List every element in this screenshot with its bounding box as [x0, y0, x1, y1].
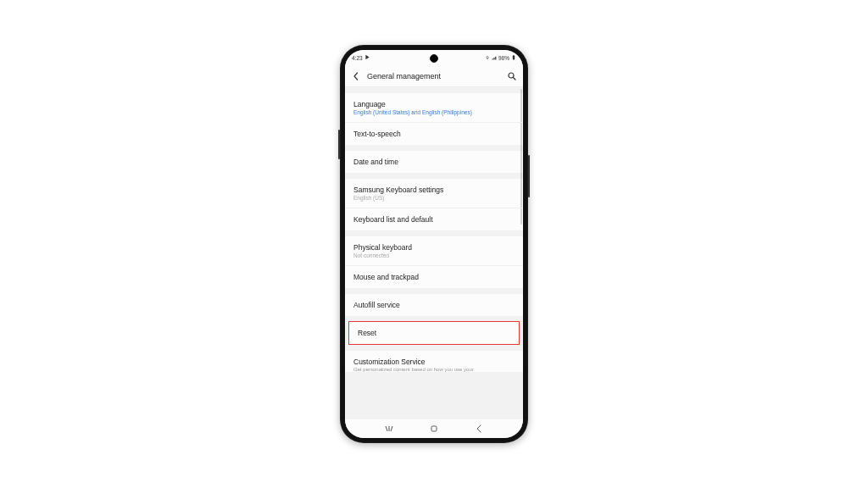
screen: 4:23 98% Genera	[345, 50, 523, 438]
item-title: Samsung Keyboard settings	[353, 186, 515, 194]
settings-group: Language English (United States) and Eng…	[345, 93, 523, 145]
item-subtitle: Get personalized content based on how yo…	[353, 367, 515, 372]
highlighted-reset: Reset	[348, 321, 520, 345]
item-title: Autofill service	[353, 301, 515, 309]
search-icon[interactable]	[508, 72, 516, 80]
settings-item-customization[interactable]: Customization Service Get personalized c…	[345, 351, 523, 372]
settings-item-language[interactable]: Language English (United States) and Eng…	[345, 93, 523, 123]
item-title: Physical keyboard	[353, 243, 515, 252]
item-subtitle: English (United States) and English (Phi…	[353, 109, 515, 115]
item-subtitle: English (US)	[353, 195, 515, 201]
item-title: Date and time	[353, 158, 515, 166]
settings-item-keyboard-list[interactable]: Keyboard list and default	[345, 208, 523, 230]
settings-item-date-time[interactable]: Date and time	[345, 151, 523, 173]
recents-icon[interactable]	[384, 424, 394, 434]
settings-item-physical-keyboard[interactable]: Physical keyboard Not connected	[345, 236, 523, 266]
settings-item-tts[interactable]: Text-to-speech	[345, 123, 523, 145]
svg-line-3	[514, 77, 516, 80]
back-nav-icon[interactable]	[474, 424, 484, 434]
svg-rect-7	[431, 426, 437, 431]
settings-item-autofill[interactable]: Autofill service	[345, 294, 523, 316]
page-title: General management	[367, 72, 501, 80]
settings-group: Physical keyboard Not connected Mouse an…	[345, 236, 523, 288]
svg-line-6	[391, 426, 392, 431]
settings-item-reset[interactable]: Reset	[349, 322, 519, 344]
settings-item-samsung-keyboard[interactable]: Samsung Keyboard settings English (US)	[345, 179, 523, 208]
item-title: Language	[353, 100, 515, 108]
navigation-bar	[345, 419, 523, 438]
wifi-icon	[485, 55, 490, 61]
battery-icon	[511, 55, 516, 61]
svg-rect-0	[513, 55, 515, 59]
app-header: General management	[345, 65, 523, 87]
phone-frame: 4:23 98% Genera	[340, 45, 528, 443]
settings-group: Autofill service	[345, 294, 523, 316]
volume-button	[338, 130, 340, 159]
play-icon	[364, 54, 370, 61]
svg-line-4	[386, 426, 387, 431]
svg-rect-1	[513, 55, 514, 56]
item-title: Customization Service	[353, 358, 515, 366]
signal-icon	[492, 55, 497, 61]
settings-item-mouse[interactable]: Mouse and trackpad	[345, 266, 523, 288]
item-title: Text-to-speech	[353, 130, 515, 138]
front-camera	[430, 54, 438, 63]
settings-content: Language English (United States) and Eng…	[345, 87, 523, 419]
item-title: Keyboard list and default	[353, 215, 515, 224]
power-button	[528, 155, 530, 197]
settings-group: Samsung Keyboard settings English (US) K…	[345, 179, 523, 230]
home-icon[interactable]	[429, 424, 439, 434]
battery-text: 98%	[498, 55, 509, 61]
item-title: Reset	[358, 329, 510, 337]
item-title: Mouse and trackpad	[353, 273, 515, 281]
back-icon[interactable]	[352, 72, 360, 80]
settings-group: Date and time	[345, 151, 523, 173]
item-subtitle: Not connected	[353, 252, 515, 258]
status-time: 4:23	[352, 55, 363, 61]
